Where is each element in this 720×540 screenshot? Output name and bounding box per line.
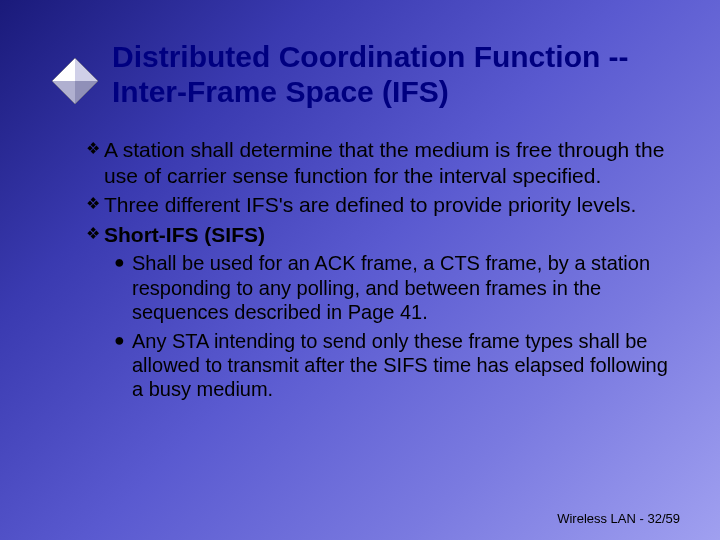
bullet-text: A station shall determine that the mediu…	[104, 137, 670, 188]
bullet-text: Short-IFS (SIFS)	[104, 222, 670, 248]
slide-title: Distributed Coordination Function -- Int…	[112, 40, 670, 109]
title-row: Distributed Coordination Function -- Int…	[50, 40, 670, 109]
content-area: ❖ A station shall determine that the med…	[86, 137, 670, 402]
diamond-bullet-icon: ❖	[86, 137, 104, 188]
sub-bullet-text: Any STA intending to send only these fra…	[132, 329, 670, 402]
sub-bullet-item: ● Shall be used for an ACK frame, a CTS …	[114, 251, 670, 324]
slide: Distributed Coordination Function -- Int…	[0, 0, 720, 540]
slide-footer: Wireless LAN - 32/59	[557, 511, 680, 526]
diamond-bullet-icon: ❖	[86, 192, 104, 218]
dot-bullet-icon: ●	[114, 251, 132, 324]
bullet-item: ❖ Short-IFS (SIFS)	[86, 222, 670, 248]
diamond-icon	[50, 56, 100, 106]
sub-bullet-group: ● Shall be used for an ACK frame, a CTS …	[114, 251, 670, 401]
bullet-item: ❖ A station shall determine that the med…	[86, 137, 670, 188]
dot-bullet-icon: ●	[114, 329, 132, 402]
sub-bullet-text: Shall be used for an ACK frame, a CTS fr…	[132, 251, 670, 324]
bullet-item: ❖ Three different IFS's are defined to p…	[86, 192, 670, 218]
diamond-bullet-icon: ❖	[86, 222, 104, 248]
bullet-text: Three different IFS's are defined to pro…	[104, 192, 670, 218]
sub-bullet-item: ● Any STA intending to send only these f…	[114, 329, 670, 402]
